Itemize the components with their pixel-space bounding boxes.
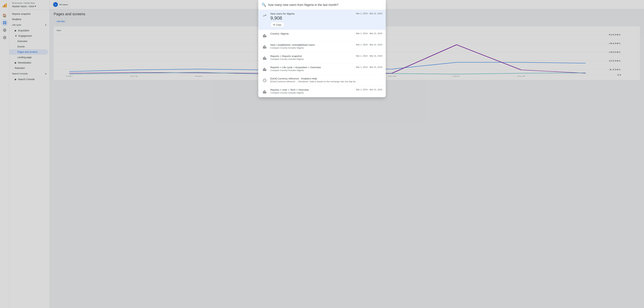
bar-chart-icon-3 <box>262 44 268 50</box>
search-results: New users for Nigeria 9,908 ⧉ Copy Mar 1… <box>258 10 386 97</box>
svg-rect-39 <box>266 47 266 48</box>
result-4-subtitle: Compare Country includes Nigeria <box>270 58 353 60</box>
search-input[interactable] <box>268 3 382 7</box>
svg-rect-43 <box>266 58 266 59</box>
search-result-2[interactable]: Country: Nigeria Mar 1, 2024 - Mar 31, 2… <box>258 30 386 41</box>
search-modal: 🔍 New users for Nigeria 9,908 ⧉ Copy <box>258 0 386 97</box>
result-6-content: [GA4] Currency reference - Analytics Hel… <box>270 77 382 83</box>
result-4-content: Reports > Reports snapshot Compare Count… <box>270 55 353 60</box>
svg-rect-53 <box>266 92 266 93</box>
bar-chart-icon-4 <box>262 55 268 61</box>
result-7-title: Reports > User > Tech > Overview <box>270 88 353 91</box>
svg-rect-37 <box>263 46 264 48</box>
svg-rect-42 <box>264 57 265 59</box>
result-4-title: Reports > Reports snapshot <box>270 55 353 57</box>
result-3-subtitle: Compare Country includes Nigeria <box>270 46 353 49</box>
result-5-subtitle: Compare Country includes Nigeria <box>270 69 353 71</box>
copy-icon: ⧉ <box>273 23 275 26</box>
result-7-date: Mar 1, 2024 - Mar 31, 2024 <box>356 88 382 91</box>
result-1-title: New users for Nigeria <box>270 12 353 15</box>
result-7-subtitle: Compare Country includes Nigeria <box>270 91 353 94</box>
search-result-7[interactable]: Reports > User > Tech > Overview Compare… <box>258 86 386 97</box>
search-overlay: 🔍 New users for Nigeria 9,908 ⧉ Copy <box>0 0 644 308</box>
svg-text:?: ? <box>264 79 265 82</box>
result-5-content: Reports > Life cycle > Acquisition > Ove… <box>270 66 353 71</box>
result-2-date: Mar 1, 2024 - Mar 31, 2024 <box>356 32 382 35</box>
search-result-3[interactable]: New / established: Unestablished Users C… <box>258 41 386 52</box>
search-result-5[interactable]: Reports > Life cycle > Acquisition > Ove… <box>258 63 386 75</box>
search-result-1[interactable]: New users for Nigeria 9,908 ⧉ Copy Mar 1… <box>258 10 386 30</box>
svg-rect-34 <box>264 34 265 37</box>
svg-rect-46 <box>264 68 265 71</box>
bar-chart-icon-5 <box>262 66 268 72</box>
result-3-content: New / established: Unestablished Users C… <box>270 43 353 49</box>
svg-rect-45 <box>263 69 264 71</box>
search-bar: 🔍 <box>258 0 386 10</box>
result-5-title: Reports > Life cycle > Acquisition > Ove… <box>270 66 353 69</box>
search-result-4[interactable]: Reports > Reports snapshot Compare Count… <box>258 52 386 63</box>
svg-rect-52 <box>264 90 265 93</box>
result-2-content: Country: Nigeria <box>270 32 353 35</box>
svg-rect-41 <box>263 58 264 59</box>
svg-rect-38 <box>264 45 265 48</box>
result-7-content: Reports > User > Tech > Overview Compare… <box>270 88 353 94</box>
result-6-title: [GA4] Currency reference - Analytics Hel… <box>270 77 382 80</box>
svg-rect-47 <box>266 69 266 71</box>
help-icon: ? <box>262 77 268 83</box>
svg-rect-51 <box>263 91 264 93</box>
svg-rect-35 <box>266 36 266 37</box>
copy-button[interactable]: ⧉ Copy <box>270 22 284 27</box>
bar-chart-icon-7 <box>262 89 268 95</box>
search-icon: 🔍 <box>262 3 266 7</box>
bar-chart-icon-2 <box>262 32 268 38</box>
result-1-value: 9,908 <box>270 15 353 21</box>
result-1-content: New users for Nigeria 9,908 ⧉ Copy <box>270 12 353 27</box>
result-2-title: Country: Nigeria <box>270 32 353 35</box>
svg-rect-33 <box>263 35 264 37</box>
trend-icon <box>262 12 268 18</box>
search-result-6[interactable]: ? [GA4] Currency reference - Analytics H… <box>258 75 386 86</box>
copy-label: Copy <box>276 23 282 26</box>
result-5-date: Mar 1, 2024 - Mar 31, 2024 <box>356 66 382 68</box>
result-4-date: Mar 1, 2024 - Mar 31, 2024 <box>356 55 382 57</box>
result-3-title: New / established: Unestablished Users <box>270 43 353 46</box>
result-1-date: Mar 1, 2024 - Mar 31, 2024 <box>356 12 382 15</box>
result-6-subtitle: [GA4] Currency reference ... Disclaimer:… <box>270 80 382 83</box>
result-3-date: Mar 1, 2024 - Mar 31, 2024 <box>356 43 382 46</box>
